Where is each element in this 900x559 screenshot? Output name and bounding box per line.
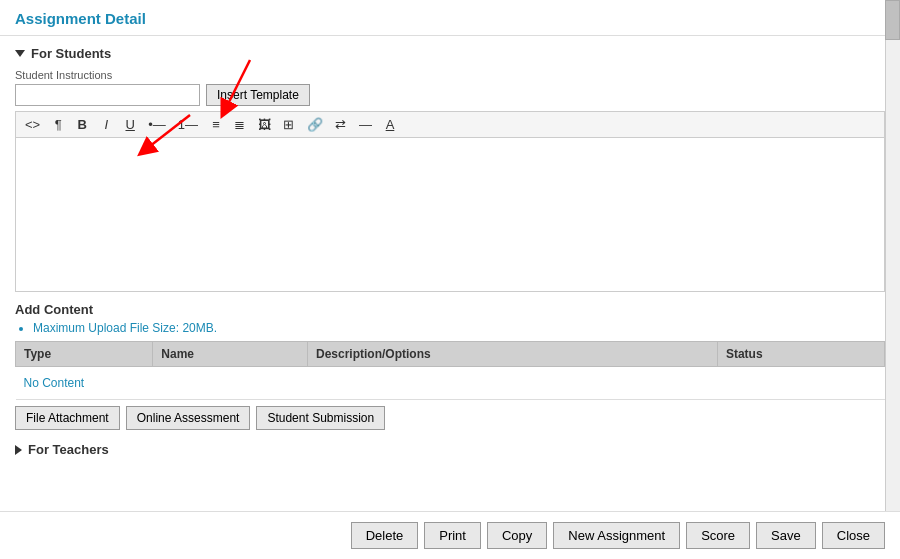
link-icon[interactable]: 🔗 bbox=[304, 116, 326, 133]
col-name: Name bbox=[153, 342, 308, 367]
student-instructions-row: Insert Template bbox=[15, 84, 885, 106]
score-button[interactable]: Score bbox=[686, 522, 750, 549]
image-icon[interactable]: 🖼 bbox=[255, 116, 274, 133]
hr-icon[interactable]: — bbox=[356, 116, 375, 133]
editor-toolbar: <> ¶ B I U •— 1— ≡ ≣ 🖼 ⊞ 🔗 ⇄ — A bbox=[15, 111, 885, 137]
for-teachers-section: For Teachers bbox=[15, 442, 885, 457]
scrollbar-thumb[interactable] bbox=[885, 0, 900, 40]
add-content-title: Add Content bbox=[15, 302, 885, 317]
close-button[interactable]: Close bbox=[822, 522, 885, 549]
italic-icon[interactable]: I bbox=[97, 116, 115, 133]
font-icon[interactable]: A bbox=[381, 116, 399, 133]
triangle-down-icon bbox=[15, 50, 25, 57]
underline-icon[interactable]: U bbox=[121, 116, 139, 133]
no-content-label: No Content bbox=[24, 372, 877, 394]
table-row: No Content bbox=[16, 367, 885, 400]
online-assessment-button[interactable]: Online Assessment bbox=[126, 406, 251, 430]
align-left-icon[interactable]: ≡ bbox=[207, 116, 225, 133]
content-buttons: File Attachment Online Assessment Studen… bbox=[15, 406, 885, 430]
insert-template-button[interactable]: Insert Template bbox=[206, 84, 310, 106]
main-content: For Students Student Instructions Insert… bbox=[0, 36, 900, 502]
delete-button[interactable]: Delete bbox=[351, 522, 419, 549]
col-type: Type bbox=[16, 342, 153, 367]
scrollbar-track[interactable] bbox=[885, 0, 900, 511]
student-submission-button[interactable]: Student Submission bbox=[256, 406, 385, 430]
editor-area[interactable] bbox=[15, 137, 885, 292]
add-content-section: Add Content Maximum Upload File Size: 20… bbox=[15, 302, 885, 430]
bold-icon[interactable]: B bbox=[73, 116, 91, 133]
content-table: Type Name Description/Options Status No … bbox=[15, 341, 885, 400]
triangle-right-icon bbox=[15, 445, 22, 455]
student-instructions-input[interactable] bbox=[15, 84, 200, 106]
copy-button[interactable]: Copy bbox=[487, 522, 547, 549]
for-students-section: For Students Student Instructions Insert… bbox=[15, 46, 885, 292]
upload-note: Maximum Upload File Size: 20MB. bbox=[33, 321, 885, 335]
code-icon[interactable]: <> bbox=[22, 116, 43, 133]
table-icon[interactable]: ⊞ bbox=[280, 116, 298, 133]
file-attachment-button[interactable]: File Attachment bbox=[15, 406, 120, 430]
for-teachers-header[interactable]: For Teachers bbox=[15, 442, 885, 457]
footer-bar: Delete Print Copy New Assignment Score S… bbox=[0, 511, 900, 559]
col-status: Status bbox=[717, 342, 884, 367]
for-students-header[interactable]: For Students bbox=[15, 46, 885, 61]
for-students-label: For Students bbox=[31, 46, 111, 61]
new-assignment-button[interactable]: New Assignment bbox=[553, 522, 680, 549]
page-title: Assignment Detail bbox=[0, 0, 900, 36]
print-button[interactable]: Print bbox=[424, 522, 481, 549]
for-teachers-label: For Teachers bbox=[28, 442, 109, 457]
align-center-icon[interactable]: ⇄ bbox=[332, 116, 350, 133]
unordered-list-icon[interactable]: •— bbox=[145, 116, 169, 133]
ordered-list-icon[interactable]: 1— bbox=[175, 116, 201, 133]
save-button[interactable]: Save bbox=[756, 522, 816, 549]
col-description: Description/Options bbox=[307, 342, 717, 367]
paragraph-icon[interactable]: ¶ bbox=[49, 116, 67, 133]
field-label-student-instructions: Student Instructions bbox=[15, 69, 885, 81]
align-right-icon[interactable]: ≣ bbox=[231, 116, 249, 133]
